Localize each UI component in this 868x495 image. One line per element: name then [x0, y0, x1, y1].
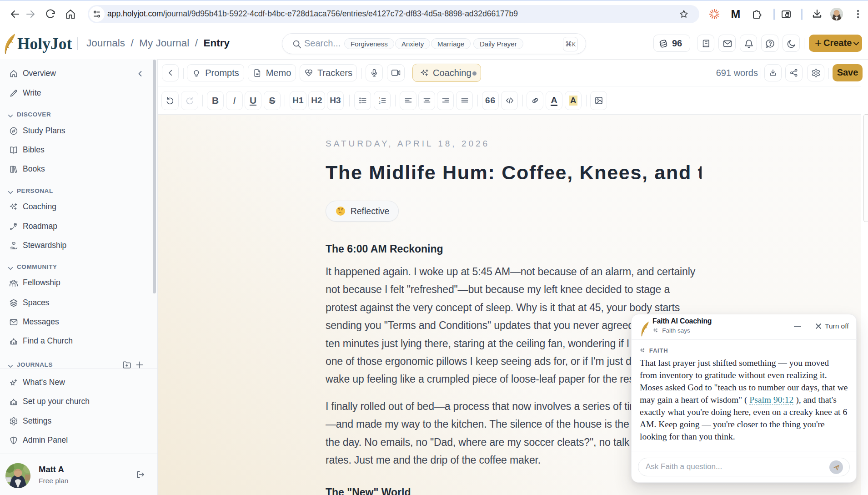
svg-text:2: 2: [379, 101, 381, 104]
svg-text:1: 1: [379, 96, 381, 100]
